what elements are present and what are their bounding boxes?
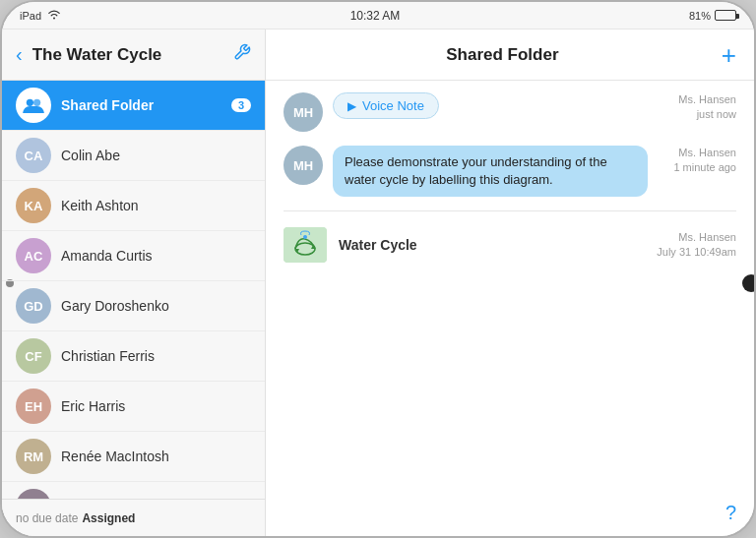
right-panel: Shared Folder + MH ▶ Voice Note Ms. Hans… xyxy=(266,30,754,536)
voice-note-bubble[interactable]: ▶ Voice Note xyxy=(333,92,439,119)
battery-icon xyxy=(715,10,736,21)
sidebar-item-gary-doroshenko[interactable]: GD Gary Doroshenko xyxy=(2,281,265,331)
avatar-colin-abe: CA xyxy=(16,138,51,173)
add-button[interactable]: + xyxy=(722,42,736,68)
avatar-ms-hansen-2: MH xyxy=(284,146,323,185)
battery-percent: 81% xyxy=(689,10,711,22)
message-row-voice: MH ▶ Voice Note Ms. Hansen just now xyxy=(284,92,736,132)
sidebar-item-colin-marino[interactable]: CM Colin Marino xyxy=(2,482,265,499)
voice-note-label: Voice Note xyxy=(362,98,424,113)
student-name-christian-ferris: Christian Ferris xyxy=(61,348,251,364)
avatar-eric-harris: EH xyxy=(16,389,51,424)
back-button[interactable]: ‹ xyxy=(16,43,23,66)
avatar-colin-marino: CM xyxy=(16,489,51,499)
avatar-amanda-curtis: AC xyxy=(16,238,51,273)
shared-folder-avatar xyxy=(16,88,51,123)
main-layout: ‹ The Water Cycle xyxy=(2,30,754,536)
svg-point-0 xyxy=(27,99,33,106)
avatar-gary-doroshenko: GD xyxy=(16,288,51,324)
avatar-ms-hansen-1: MH xyxy=(284,92,323,132)
help-button[interactable]: ? xyxy=(725,502,736,524)
svg-rect-2 xyxy=(284,227,327,263)
file-name: Water Cycle xyxy=(339,237,648,253)
avatar-keith-ashton: KA xyxy=(16,188,51,223)
message-row-text: MH Please demonstrate your understanding… xyxy=(284,146,736,197)
divider xyxy=(284,210,736,211)
student-name-amanda-curtis: Amanda Curtis xyxy=(61,248,251,264)
sidebar-item-amanda-curtis[interactable]: AC Amanda Curtis xyxy=(2,231,265,281)
svg-point-1 xyxy=(33,99,40,106)
avatar-renee-macintosh: RM xyxy=(16,439,51,474)
student-name-gary-doroshenko: Gary Doroshenko xyxy=(61,298,251,314)
svg-point-4 xyxy=(303,235,307,239)
sidebar-footer: no due date Assigned xyxy=(2,499,265,536)
voice-note-time: just now xyxy=(648,107,736,122)
sidebar-item-christian-ferris[interactable]: CF Christian Ferris xyxy=(2,331,265,382)
avatar-christian-ferris: CF xyxy=(16,338,51,374)
ipad-label: iPad xyxy=(20,10,41,22)
student-name-keith-ashton: Keith Ashton xyxy=(61,198,251,213)
student-name-eric-harris: Eric Harris xyxy=(61,398,251,414)
student-name-colin-abe: Colin Abe xyxy=(61,148,251,163)
text-msg-time: 1 minute ago xyxy=(648,160,736,175)
file-thumbnail xyxy=(284,227,327,263)
file-row[interactable]: Water Cycle Ms. Hansen July 31 10:49am xyxy=(284,217,736,272)
shared-folder-label: Shared Folder xyxy=(61,97,231,113)
text-msg-meta: Ms. Hansen 1 minute ago xyxy=(648,146,736,176)
ipad-device: iPad 10:32 AM 81% ‹ The xyxy=(0,0,756,538)
sidebar-title: The Water Cycle xyxy=(32,45,233,65)
status-time: 10:32 AM xyxy=(350,9,401,23)
text-msg-body: Please demonstrate your understanding of… xyxy=(333,146,648,197)
assigned-label: Assigned xyxy=(82,511,135,525)
panel-content: MH ▶ Voice Note Ms. Hansen just now MH xyxy=(266,81,754,536)
panel-header: Shared Folder + xyxy=(266,30,754,81)
play-icon: ▶ xyxy=(347,99,356,113)
status-bar: iPad 10:32 AM 81% xyxy=(2,2,754,30)
text-bubble: Please demonstrate your understanding of… xyxy=(333,146,648,197)
sidebar-list: Shared Folder 3 CA Colin Abe KA Keith As… xyxy=(2,81,265,499)
due-date-label: no due date xyxy=(16,511,78,525)
shared-folder-badge: 3 xyxy=(231,98,251,112)
sidebar: ‹ The Water Cycle xyxy=(2,30,266,536)
voice-note-sender: Ms. Hansen xyxy=(648,92,736,107)
sidebar-item-colin-abe[interactable]: CA Colin Abe xyxy=(2,131,265,181)
status-right: 81% xyxy=(689,10,736,22)
file-time: July 31 10:49am xyxy=(648,245,736,260)
file-sender: Ms. Hansen xyxy=(648,230,736,245)
wifi-icon xyxy=(47,9,61,22)
sidebar-header: ‹ The Water Cycle xyxy=(2,30,265,81)
sidebar-item-shared-folder[interactable]: Shared Folder 3 xyxy=(2,81,265,131)
panel-title: Shared Folder xyxy=(446,45,558,65)
config-icon[interactable] xyxy=(233,43,251,66)
sidebar-item-keith-ashton[interactable]: KA Keith Ashton xyxy=(2,181,265,231)
text-msg-sender: Ms. Hansen xyxy=(648,146,736,160)
status-left: iPad xyxy=(20,9,61,22)
sidebar-item-eric-harris[interactable]: EH Eric Harris xyxy=(2,382,265,432)
file-meta: Ms. Hansen July 31 10:49am xyxy=(648,230,736,261)
student-name-renee-macintosh: Renée MacIntosh xyxy=(61,448,251,464)
sidebar-item-renee-macintosh[interactable]: RM Renée MacIntosh xyxy=(2,432,265,482)
voice-note-meta: Ms. Hansen just now xyxy=(648,92,736,123)
voice-note-body: ▶ Voice Note xyxy=(333,92,648,123)
